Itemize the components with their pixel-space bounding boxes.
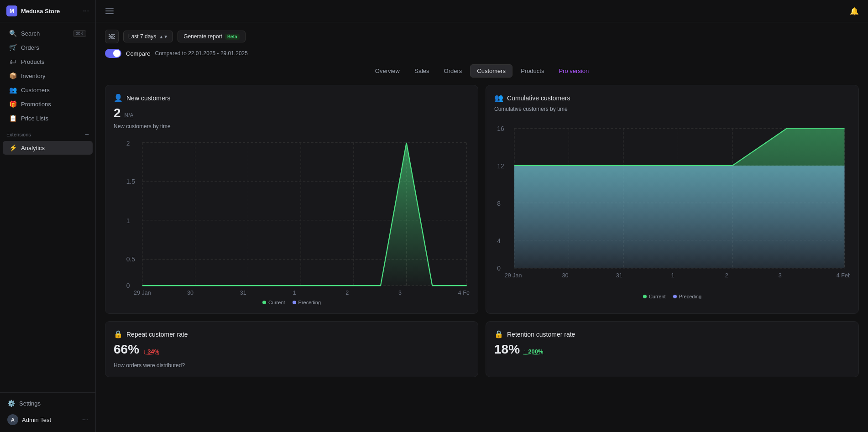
compare-row: Compare Compared to 22.01.2025 - 29.01.2… <box>105 49 859 58</box>
svg-text:1.5: 1.5 <box>126 178 136 185</box>
svg-text:1: 1 <box>126 217 130 224</box>
repeat-customer-value: 66% <box>114 342 139 357</box>
svg-text:2: 2 <box>345 290 349 295</box>
brand[interactable]: M Medusa Store <box>6 5 60 16</box>
retention-customer-value: 18% <box>494 342 520 357</box>
user-name: Admin Test <box>22 416 51 423</box>
sidebar-item-label: Orders <box>21 44 39 51</box>
sidebar-item-customers[interactable]: 👥 Customers <box>3 83 93 97</box>
new-customers-legend: Current Preceding <box>114 300 470 305</box>
preceding-dot <box>293 301 296 304</box>
tab-sales[interactable]: Sales <box>408 65 436 77</box>
brand-icon: M <box>6 5 17 16</box>
svg-rect-2 <box>105 13 114 14</box>
preceding-dot-2 <box>673 295 677 298</box>
tab-products[interactable]: Products <box>514 65 550 77</box>
svg-text:2: 2 <box>126 140 130 147</box>
toolbar: Last 7 days ▲▼ Generate report Beta <box>105 30 859 43</box>
svg-text:0: 0 <box>126 282 130 289</box>
generate-report-button[interactable]: Generate report Beta <box>178 31 245 42</box>
new-customers-icon: 👤 <box>114 94 123 102</box>
sidebar-item-label: Inventory <box>21 73 45 79</box>
svg-text:31: 31 <box>616 272 622 279</box>
new-customers-subtitle: New customers by time <box>114 123 470 130</box>
settings-nav-item[interactable]: ⚙️ Settings <box>4 396 92 410</box>
user-more-icon[interactable]: ··· <box>82 416 88 424</box>
brand-name: Medusa Store <box>21 8 60 15</box>
main-content: 🔔 Last 7 days ▲▼ Generate repor <box>96 0 868 432</box>
svg-text:3: 3 <box>779 272 782 279</box>
retention-customer-icon: 🔒 <box>494 330 503 338</box>
svg-text:0: 0 <box>497 265 501 272</box>
sidebar-item-price-lists[interactable]: 📋 Price Lists <box>3 111 93 125</box>
new-customers-card: 👤 New customers 2 N/A New customers by t… <box>105 85 478 314</box>
customers-icon: 👥 <box>9 86 16 94</box>
notifications-button[interactable]: 🔔 <box>848 5 861 17</box>
sidebar-header: M Medusa Store ··· <box>0 0 95 22</box>
tab-overview[interactable]: Overview <box>369 65 406 77</box>
svg-text:31: 31 <box>240 290 246 295</box>
repeat-customer-card: 🔒 Repeat customer rate 66% ↓ 34% How ord… <box>105 321 478 377</box>
avatar: A <box>7 414 18 425</box>
current-dot-2 <box>643 295 647 298</box>
svg-text:4 Feb: 4 Feb <box>837 272 850 279</box>
sidebar-item-promotions[interactable]: 🎁 Promotions <box>3 97 93 111</box>
tab-customers[interactable]: Customers <box>470 64 512 78</box>
compare-dates: Compared to 22.01.2025 - 29.01.2025 <box>155 50 247 57</box>
sidebar-item-analytics[interactable]: ⚡ Analytics <box>3 141 93 155</box>
settings-label: Settings <box>19 400 41 407</box>
svg-text:0.5: 0.5 <box>126 255 136 263</box>
new-customers-na: N/A <box>125 112 134 119</box>
retention-customer-value-row: 18% ↑ 200% <box>494 342 850 357</box>
svg-text:4: 4 <box>497 237 501 245</box>
sidebar: M Medusa Store ··· 🔍 Search ⌘K 🛒 Orders … <box>0 0 96 432</box>
cumulative-customers-card: 👥 Cumulative customers Cumulative custom… <box>486 85 859 314</box>
analytics-tabs: Overview Sales Orders Customers Products… <box>105 64 859 78</box>
filter-button[interactable] <box>105 30 119 43</box>
svg-text:12: 12 <box>497 162 504 170</box>
svg-point-6 <box>110 34 111 36</box>
svg-text:8: 8 <box>497 200 501 207</box>
svg-point-7 <box>112 36 114 37</box>
user-profile-item[interactable]: A Admin Test ··· <box>4 411 92 428</box>
topbar: 🔔 <box>96 0 868 22</box>
svg-rect-0 <box>105 8 114 9</box>
sidebar-item-products[interactable]: 🏷 Products <box>3 55 93 68</box>
extensions-label: Extensions <box>6 132 31 137</box>
how-orders-label: How orders were distributed? <box>114 362 470 369</box>
collapse-extensions-icon[interactable]: − <box>85 130 89 139</box>
svg-text:3: 3 <box>398 290 402 295</box>
repeat-customer-value-row: 66% ↓ 34% <box>114 342 470 357</box>
menu-toggle-button[interactable] <box>103 5 116 17</box>
current-label-2: Current <box>649 294 666 299</box>
compare-toggle[interactable] <box>105 49 121 58</box>
svg-point-8 <box>110 37 112 39</box>
sidebar-nav: 🔍 Search ⌘K 🛒 Orders 🏷 Products 📦 Invent… <box>0 22 95 392</box>
date-range-button[interactable]: Last 7 days ▲▼ <box>123 31 173 42</box>
generate-report-label: Generate report <box>183 33 222 40</box>
repeat-customer-icon: 🔒 <box>114 330 123 338</box>
sidebar-item-orders[interactable]: 🛒 Orders <box>3 41 93 54</box>
inventory-icon: 📦 <box>9 72 16 79</box>
svg-text:16: 16 <box>497 125 504 132</box>
current-label: Current <box>268 300 285 305</box>
sidebar-item-inventory[interactable]: 📦 Inventory <box>3 69 93 83</box>
svg-text:29 Jan: 29 Jan <box>134 290 151 295</box>
promotions-icon: 🎁 <box>9 100 16 108</box>
tab-pro[interactable]: Pro version <box>552 65 595 77</box>
search-label: Search <box>21 30 40 37</box>
svg-text:4 Feb: 4 Feb <box>458 290 470 295</box>
tab-orders[interactable]: Orders <box>438 65 469 77</box>
more-options-icon[interactable]: ··· <box>83 7 89 15</box>
svg-text:29 Jan: 29 Jan <box>505 272 522 279</box>
orders-icon: 🛒 <box>9 44 16 51</box>
repeat-customer-title: Repeat customer rate <box>126 331 188 338</box>
retention-customer-change: ↑ 200% <box>523 348 543 355</box>
content-area: Last 7 days ▲▼ Generate report Beta Comp… <box>96 22 868 432</box>
cumulative-customers-svg: 16 12 8 4 0 <box>494 117 850 289</box>
compare-label: Compare <box>126 50 150 57</box>
search-icon: 🔍 <box>9 30 16 37</box>
svg-text:1: 1 <box>293 290 296 295</box>
search-nav-item[interactable]: 🔍 Search ⌘K <box>3 26 93 40</box>
retention-customer-title: Retention customer rate <box>507 331 575 338</box>
